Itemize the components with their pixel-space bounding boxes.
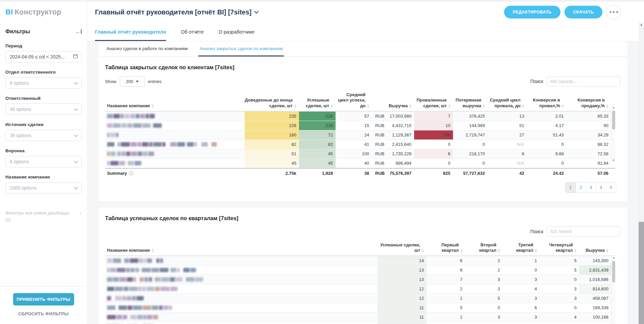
cell-value: 2.01 <box>555 114 564 119</box>
filter-dropdown[interactable]: 1000 options <box>5 182 82 194</box>
cell-q1: 5 <box>427 303 465 312</box>
cell-value: 0 <box>483 161 485 166</box>
logo-name: Конструктор <box>14 8 61 16</box>
cell-value: 2,719,747 <box>465 132 485 137</box>
download-button[interactable]: СКАЧАТЬ <box>564 6 602 18</box>
filter-dropdown[interactable]: 8 options <box>5 77 82 89</box>
cell-q2: 3 <box>465 313 503 322</box>
cell-q2: 5 <box>465 294 503 303</box>
external-filters-label: Фильтры вне рамок дашборда <box>5 210 69 216</box>
filter-dropdown[interactable]: 38 options <box>5 104 82 115</box>
column-header[interactable]: Выручка <box>579 241 611 256</box>
cell-value: 3 <box>535 277 537 282</box>
column-header[interactable]: Четвертый квартал <box>540 241 579 256</box>
cell-value: 82 <box>328 142 333 147</box>
column-header[interactable]: Выручка <box>372 91 414 111</box>
filter-dropdown[interactable]: 38 options <box>5 130 82 141</box>
subtab-0[interactable]: Анализ сделок в работе по компаниям <box>105 46 189 56</box>
column-header[interactable]: Средний цикл успеха, дн <box>336 91 372 111</box>
column-header[interactable]: Успешные сделки, шт <box>378 241 427 256</box>
filter-dropdown[interactable]: 6 options <box>5 156 82 167</box>
column-header[interactable]: Доведенные до конца сделки, шт <box>245 91 299 111</box>
cell-lost: 2,719,747 <box>453 130 488 139</box>
cell-value: 51 <box>519 123 524 128</box>
cell-success: 13 <box>378 275 427 284</box>
page-button-4[interactable]: 4 <box>596 183 606 193</box>
page-scrollbar-thumb[interactable] <box>639 222 644 324</box>
cell-revenue: RUB2,415,640 <box>372 140 414 149</box>
filter-value: 38 options <box>10 107 32 112</box>
page-button-5[interactable]: 5 <box>606 183 616 193</box>
filter-label: Ответственный <box>5 96 82 101</box>
table-scrollbar[interactable]: ▲▼ <box>611 106 615 162</box>
scroll-up-arrow[interactable]: ▲ <box>611 106 616 109</box>
table1-search-input[interactable] <box>547 76 621 87</box>
cell-value: 4 <box>574 315 577 320</box>
column-header[interactable]: Потерянная выручка <box>453 91 488 111</box>
cell-q4: 5 <box>540 266 579 275</box>
column-header[interactable]: Успешные сделки, шт <box>299 91 336 111</box>
column-header[interactable]: Название компании <box>105 91 245 111</box>
currency-prefix: RUB <box>375 142 384 147</box>
edit-button[interactable]: РЕДАКТИРОВАТЬ <box>504 6 560 18</box>
column-header[interactable]: Третий квартал <box>503 241 540 256</box>
cell-value: 72.58 <box>597 151 608 156</box>
scroll-down-arrow[interactable]: ▼ <box>611 159 616 161</box>
page-button-1[interactable]: 1 <box>565 183 576 193</box>
cell-value: 13 <box>419 277 424 282</box>
scrollbar-thumb[interactable] <box>612 261 615 282</box>
tab-1[interactable]: Об отчёте <box>181 29 204 41</box>
column-header[interactable]: Второй квартал <box>465 241 503 256</box>
cell-revenue: 143,350 <box>579 256 611 265</box>
report-title-text: Главный отчёт руководителя [отчёт BI] [7… <box>95 8 251 16</box>
page-size-select[interactable]: 200 <box>120 76 145 87</box>
page-button-3[interactable]: 3 <box>586 183 596 193</box>
column-header-label: Конверсия в провал,% <box>527 97 560 109</box>
cell-value: 218,170 <box>469 151 485 156</box>
column-header-label: Конверсия в продажу,% <box>566 97 605 109</box>
sort-icon <box>367 105 369 108</box>
column-header-label: Успешные сделки, шт <box>299 97 329 109</box>
apply-filters-button[interactable]: ПРИМЕНИТЬ ФИЛЬТРЫ <box>13 293 74 306</box>
table2-search-input[interactable] <box>547 226 621 237</box>
cell-q3: 0 <box>503 266 540 275</box>
tab-0[interactable]: Главный отчёт руководителя <box>95 29 166 41</box>
scroll-up-arrow[interactable]: ▲ <box>639 23 644 26</box>
cell-revenue: 623,614 <box>579 322 611 324</box>
cell-done: 226 <box>245 121 299 130</box>
summary-value: 38 <box>364 171 369 176</box>
company-name-redacted <box>107 123 162 128</box>
page-button-2[interactable]: 2 <box>576 183 586 193</box>
cell-value: 108 <box>443 132 450 137</box>
cell-value: 814,600 <box>593 286 608 291</box>
cell-value: 686,494 <box>396 161 411 166</box>
external-filters-section[interactable]: Фильтры вне рамок дашборда › (0) <box>0 201 87 222</box>
table-scrollbar[interactable]: ▲▼ <box>611 256 615 324</box>
column-header[interactable]: Конверсия в провал,% <box>527 91 566 111</box>
column-header[interactable]: Средний цикл провала, дн <box>488 91 527 111</box>
more-options-button[interactable] <box>606 5 621 19</box>
summary-cell-success: 1,928 <box>299 171 336 176</box>
column-header[interactable]: Конверсия в продажу,% <box>566 91 611 111</box>
cell-value: 14 <box>419 258 424 263</box>
page-scrollbar[interactable]: ▲ <box>639 23 644 324</box>
cell-value: 5 <box>574 258 577 263</box>
column-header-label: Доведенные до конца сделки, шт <box>245 97 293 109</box>
tab-2[interactable]: О разработчике <box>218 29 254 41</box>
page-size-value: 200 <box>126 79 133 84</box>
column-header[interactable]: Первый квартал <box>427 241 465 256</box>
scroll-up-arrow[interactable]: ▲ <box>611 256 616 259</box>
cell-revenue: RUB1,129,367 <box>372 130 414 139</box>
column-header-label: Второй квартал <box>465 242 496 253</box>
period-date-input[interactable]: 2024-04-05 ≤ col < 2025... <box>5 51 82 63</box>
collapse-sidebar-icon[interactable]: ← <box>76 29 82 34</box>
column-header[interactable]: Название компании <box>105 241 378 256</box>
cell-q1: 1 <box>427 294 465 303</box>
column-header[interactable]: Проваленные сделки, шт <box>414 91 453 111</box>
cell-value: 51 <box>292 151 296 156</box>
cell-value: 1,129,367 <box>392 132 411 137</box>
scrollbar-thumb[interactable] <box>612 111 615 129</box>
subtab-1[interactable]: Анализ закрытых сделок по компаниям <box>198 46 284 56</box>
report-title[interactable]: Главный отчёт руководителя [отчёт BI] [7… <box>95 8 259 16</box>
reset-filters-button[interactable]: СБРОСИТЬ ФИЛЬТРЫ <box>18 311 68 316</box>
